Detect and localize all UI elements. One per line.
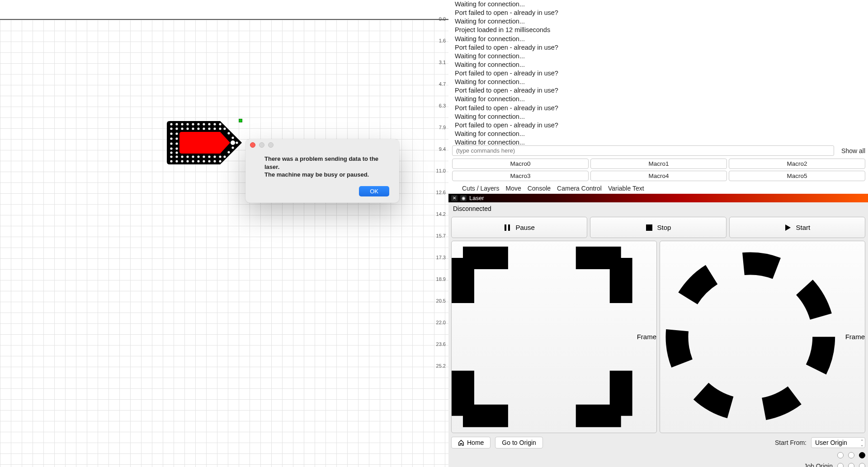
console-line: Waiting for connection... [455, 17, 863, 26]
svg-point-16 [203, 127, 205, 130]
frame-circle-button[interactable]: Frame [660, 241, 865, 433]
tab-camera-control[interactable]: Camera Control [557, 185, 602, 192]
svg-point-23 [181, 155, 183, 158]
connection-status: Disconnected [451, 204, 865, 214]
close-icon[interactable] [250, 142, 255, 148]
canvas-grid [0, 19, 448, 467]
macro-button-4[interactable]: Macro4 [590, 171, 727, 181]
svg-point-8 [213, 123, 216, 125]
ruler-tick: 9.4 [439, 146, 446, 152]
tab-move[interactable]: Move [505, 185, 521, 192]
svg-point-53 [231, 136, 234, 139]
svg-point-11 [175, 127, 178, 130]
command-input[interactable] [452, 145, 834, 156]
svg-point-42 [170, 132, 172, 135]
ruler-tick: 17.3 [436, 255, 446, 260]
console-line: Waiting for connection... [455, 61, 863, 69]
svg-point-25 [192, 155, 194, 158]
laser-panel: Disconnected Pause Stop Start [448, 202, 868, 467]
tab-console[interactable]: Console [528, 185, 551, 192]
start-from-label: Start From: [775, 439, 807, 446]
frame2-label: Frame [845, 333, 865, 341]
design-canvas[interactable]: 0.01.63.14.76.37.99.411.012.614.215.717.… [0, 0, 448, 467]
laser-panel-title: Laser [469, 195, 484, 201]
pause-icon [504, 224, 511, 231]
frame-rect-button[interactable]: Frame [451, 241, 657, 433]
svg-point-9 [219, 123, 221, 125]
panel-undock-icon[interactable]: ◉ [460, 195, 467, 201]
stop-icon [646, 224, 653, 231]
error-dialog: There was a problem sending data to the … [245, 139, 399, 203]
goto-origin-button[interactable]: Go to Origin [495, 437, 542, 448]
console-line: Waiting for connection... [455, 112, 863, 121]
svg-point-6 [203, 123, 205, 125]
console-log[interactable]: Waiting for connection...Port failed to … [448, 0, 868, 145]
svg-point-1 [175, 123, 178, 125]
console-line: Waiting for connection... [455, 95, 863, 103]
ruler-tick: 25.2 [436, 363, 446, 369]
svg-point-34 [181, 160, 183, 162]
ruler-tick: 12.6 [436, 190, 446, 195]
frame-label: Frame [637, 333, 656, 341]
tab-variable-text[interactable]: Variable Text [608, 185, 644, 192]
svg-point-24 [186, 155, 189, 158]
svg-rect-60 [646, 224, 652, 231]
macro-button-5[interactable]: Macro5 [729, 171, 865, 181]
console-line: Waiting for connection... [455, 0, 863, 9]
svg-point-47 [175, 132, 178, 135]
svg-point-27 [203, 155, 205, 158]
pause-label: Pause [515, 224, 535, 231]
panel-close-icon[interactable]: ✕ [451, 195, 458, 201]
svg-point-18 [213, 127, 216, 130]
start-from-select[interactable]: User Origin [811, 437, 865, 448]
svg-point-13 [186, 127, 189, 130]
macro-button-3[interactable]: Macro3 [452, 171, 589, 181]
tab-cuts-layers[interactable]: Cuts / Layers [462, 185, 499, 192]
show-all-toggle[interactable]: Show all [837, 147, 866, 154]
svg-point-31 [223, 155, 226, 158]
console-line: Project loaded in 12 milliseconds [455, 26, 863, 34]
frame-rect-icon [452, 247, 632, 427]
macro-button-2[interactable]: Macro2 [729, 159, 865, 169]
zoom-icon [268, 142, 274, 148]
home-icon [458, 439, 464, 446]
pause-button[interactable]: Pause [451, 217, 587, 238]
ruler-tick: 0.0 [439, 16, 446, 22]
svg-point-39 [208, 160, 210, 162]
artwork-tag-shape[interactable] [167, 121, 242, 164]
job-origin-grid[interactable] [837, 452, 865, 467]
svg-point-5 [197, 123, 199, 125]
console-line: Port failed to open - already in use? [455, 9, 863, 17]
home-button[interactable]: Home [451, 437, 491, 448]
svg-rect-58 [505, 224, 506, 231]
job-origin-label: Job Origin [804, 462, 833, 467]
svg-point-17 [208, 127, 210, 130]
svg-point-19 [219, 127, 221, 130]
minimize-icon [259, 142, 264, 148]
start-button[interactable]: Start [729, 217, 865, 238]
macro-button-1[interactable]: Macro1 [590, 159, 727, 169]
svg-point-30 [219, 155, 221, 158]
ok-button[interactable]: OK [359, 186, 389, 196]
svg-point-26 [197, 155, 199, 158]
start-label: Start [796, 224, 810, 231]
selection-handle[interactable] [239, 119, 242, 122]
start-from-value: User Origin [815, 439, 847, 446]
frame-circle-icon [660, 247, 841, 427]
console-line: Waiting for connection... [455, 35, 863, 43]
svg-point-46 [170, 151, 172, 154]
svg-point-45 [170, 147, 172, 149]
ruler-tick: 7.9 [439, 125, 446, 130]
panel-tabs: Cuts / LayersMoveConsoleCamera ControlVa… [448, 182, 868, 194]
ruler-tick: 1.6 [439, 38, 446, 43]
dialog-titlebar [245, 139, 399, 151]
laser-panel-header: ✕ ◉ Laser [448, 194, 868, 202]
macro-button-0[interactable]: Macro0 [452, 159, 589, 169]
dialog-message-line2: The machine may be busy or paused. [264, 171, 389, 179]
svg-rect-59 [508, 224, 510, 231]
svg-point-50 [175, 147, 178, 149]
svg-point-43 [170, 137, 172, 140]
macro-buttons: Macro0Macro1Macro2Macro3Macro4Macro5 [448, 157, 868, 182]
dialog-message-line1: There was a problem sending data to the … [264, 155, 389, 171]
stop-button[interactable]: Stop [590, 217, 726, 238]
